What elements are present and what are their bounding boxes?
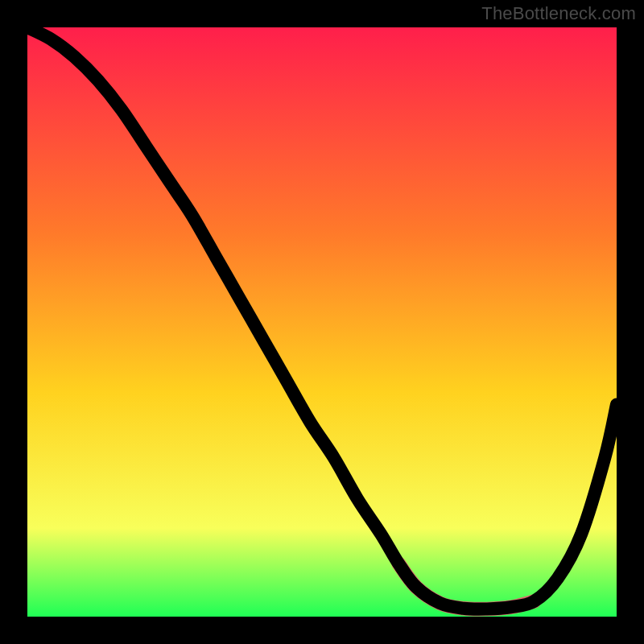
chart-frame: TheBottleneck.com	[0, 0, 644, 644]
background-gradient	[27, 27, 617, 617]
bottleneck-chart	[27, 27, 617, 617]
plot-area	[27, 27, 617, 617]
watermark-text: TheBottleneck.com	[481, 3, 636, 24]
